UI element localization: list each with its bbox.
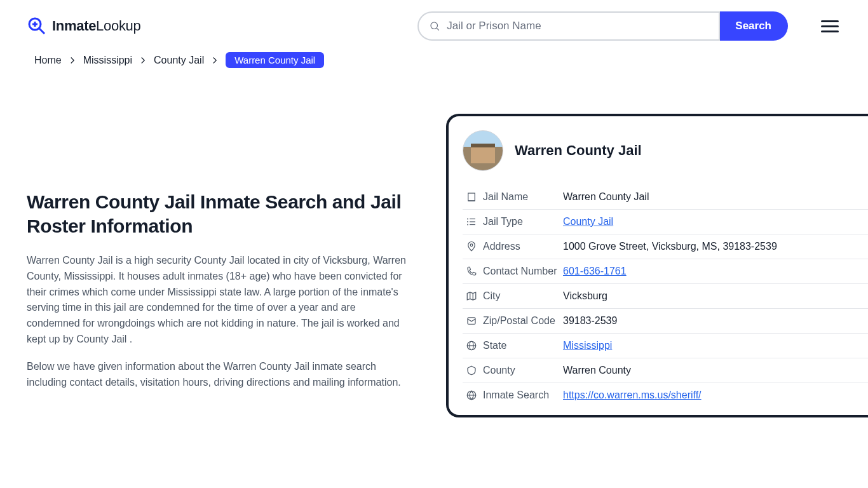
breadcrumb-home[interactable]: Home	[34, 55, 62, 66]
phone-icon	[463, 266, 480, 277]
logo[interactable]: InmateLookup	[27, 16, 141, 36]
page-title: Warren County Jail Inmate Search and Jai…	[27, 190, 408, 238]
row-label: Zip/Postal Code	[480, 315, 563, 327]
info-row: CityVicksburg	[463, 284, 868, 309]
row-value: Warren County	[563, 365, 631, 376]
badge-icon	[463, 365, 480, 376]
breadcrumb-current: Warren County Jail	[226, 52, 324, 68]
svg-point-17	[468, 219, 468, 219]
row-value[interactable]: https://co.warren.ms.us/sheriff/	[563, 390, 702, 401]
svg-point-18	[468, 222, 468, 222]
search-box[interactable]	[417, 11, 720, 41]
building-icon	[463, 191, 480, 203]
row-label: State	[480, 340, 563, 351]
row-value[interactable]: Mississippi	[563, 340, 612, 351]
svg-point-20	[470, 244, 473, 247]
facility-card: Warren County Jail Jail NameWarren Count…	[446, 114, 868, 417]
info-row: StateMississippi	[463, 334, 868, 358]
row-value: 39183-2539	[563, 315, 617, 327]
chevron-right-icon	[67, 55, 78, 66]
svg-line-1	[39, 29, 44, 34]
logo-text: InmateLookup	[52, 18, 141, 34]
info-row: Jail NameWarren County Jail	[463, 185, 868, 210]
row-value: Vicksburg	[563, 290, 607, 302]
row-value[interactable]: County Jail	[563, 216, 613, 227]
row-label: County	[480, 365, 563, 376]
breadcrumb: Home Mississippi County Jail Warren Coun…	[0, 52, 868, 76]
row-value[interactable]: 601-636-1761	[563, 266, 627, 277]
mail-icon	[463, 315, 480, 327]
svg-line-5	[437, 28, 439, 30]
pin-icon	[463, 241, 480, 252]
info-row: Contact Number601-636-1761	[463, 259, 868, 284]
description-paragraph-2: Below we have given information about th…	[27, 359, 408, 391]
row-value: 1000 Grove Street, Vicksburg, MS, 39183-…	[563, 241, 777, 252]
search-form: Search	[417, 11, 788, 41]
chevron-right-icon	[137, 55, 149, 66]
info-row: CountyWarren County	[463, 358, 868, 383]
info-row: Zip/Postal Code39183-2539	[463, 309, 868, 334]
globe-icon	[463, 340, 480, 351]
search-button[interactable]: Search	[719, 11, 788, 41]
row-label: City	[480, 290, 563, 302]
chevron-right-icon	[209, 55, 220, 66]
logo-icon	[27, 16, 47, 36]
info-row: Inmate Searchhttps://co.warren.ms.us/she…	[463, 383, 868, 415]
facility-avatar	[463, 130, 503, 171]
map-icon	[463, 290, 480, 302]
row-label: Address	[480, 241, 563, 252]
search-input[interactable]	[447, 20, 709, 32]
svg-rect-6	[468, 193, 475, 201]
svg-point-19	[468, 224, 468, 225]
hamburger-menu-icon[interactable]	[818, 15, 841, 38]
info-row: Jail TypeCounty Jail	[463, 210, 868, 234]
list-icon	[463, 216, 480, 227]
breadcrumb-state[interactable]: Mississippi	[83, 55, 132, 66]
row-label: Inmate Search	[480, 390, 563, 401]
row-value: Warren County Jail	[563, 191, 649, 203]
breadcrumb-type[interactable]: County Jail	[154, 55, 204, 66]
web-icon	[463, 390, 480, 401]
svg-point-4	[431, 22, 438, 29]
row-label: Contact Number	[480, 266, 563, 277]
facility-title: Warren County Jail	[515, 142, 642, 159]
search-icon	[429, 20, 440, 32]
info-row: Address1000 Grove Street, Vicksburg, MS,…	[463, 234, 868, 259]
svg-marker-21	[467, 292, 476, 300]
description-paragraph-1: Warren County Jail is a high security Co…	[27, 253, 408, 348]
row-label: Jail Type	[480, 216, 563, 227]
row-label: Jail Name	[480, 191, 563, 203]
svg-rect-24	[468, 318, 475, 325]
